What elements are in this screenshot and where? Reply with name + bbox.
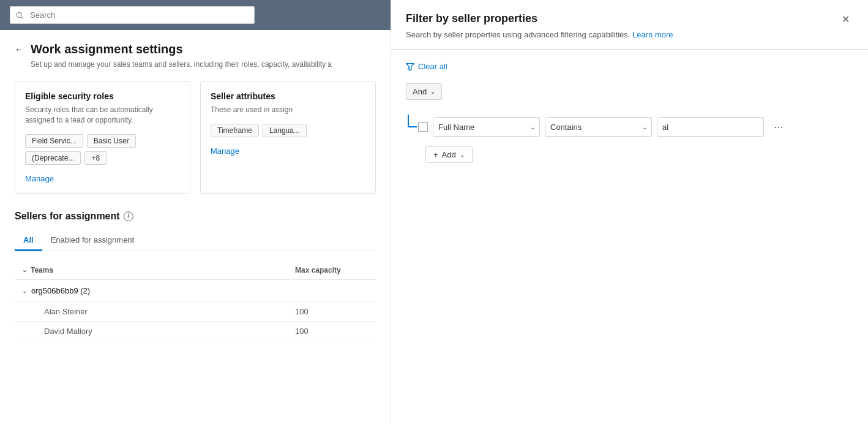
clear-all-label: Clear all bbox=[418, 62, 447, 71]
and-dropdown[interactable]: And ⌄ bbox=[406, 83, 442, 100]
seller-row: Alan Steiner 100 bbox=[15, 302, 376, 322]
table-header: ⌄ Teams Max capacity bbox=[15, 261, 376, 280]
and-chevron-icon: ⌄ bbox=[430, 88, 435, 95]
filter-section: And ⌄ Full Name Email Te bbox=[406, 83, 853, 163]
search-bar bbox=[0, 0, 391, 30]
seller-name-david: David Mallory bbox=[44, 327, 295, 336]
clear-all-button[interactable]: Clear all bbox=[406, 59, 447, 74]
seller-row: David Mallory 100 bbox=[15, 322, 376, 341]
tag-deprecated: (Deprecate... bbox=[25, 151, 81, 165]
main-content: ← Work assignment settings Set up and ma… bbox=[0, 30, 391, 424]
page-subtitle: Set up and manage your sales teams and s… bbox=[31, 60, 376, 69]
condition-select-wrapper: Contains Equals Starts with Ends with ⌄ bbox=[545, 117, 652, 137]
search-input[interactable] bbox=[10, 6, 255, 24]
back-nav: ← Work assignment settings bbox=[15, 42, 376, 56]
plus-icon: + bbox=[433, 150, 438, 159]
tag-timeframe: Timeframe bbox=[211, 124, 259, 137]
more-options-button[interactable]: ⋯ bbox=[769, 119, 789, 135]
add-chevron-icon: ⌄ bbox=[460, 151, 465, 158]
filter-row: Full Name Email Team Role ⌄ Contains Equ… bbox=[406, 117, 853, 137]
panel-desc: Search by seller properties using advanc… bbox=[406, 30, 853, 39]
eligible-security-roles-card: Eligible security roles Security roles t… bbox=[15, 81, 190, 194]
panel-body: Clear all And ⌄ bbox=[391, 50, 868, 424]
panel-title-row: Filter by seller properties ✕ bbox=[406, 12, 853, 26]
field-select[interactable]: Full Name Email Team Role bbox=[433, 117, 540, 137]
add-row: + Add ⌄ bbox=[406, 146, 853, 163]
cards-row: Eligible security roles Security roles t… bbox=[15, 81, 376, 194]
team-name: ⌄ org506b6bb9 (2) bbox=[22, 286, 295, 295]
connector-svg bbox=[406, 115, 418, 139]
card-title-security: Eligible security roles bbox=[25, 91, 180, 101]
add-label: Add bbox=[442, 150, 456, 159]
learn-more-link[interactable]: Learn more bbox=[632, 30, 673, 39]
col-header-teams: ⌄ Teams bbox=[22, 266, 295, 274]
capacity-alan: 100 bbox=[295, 307, 369, 316]
condition-select[interactable]: Contains Equals Starts with Ends with bbox=[545, 117, 652, 137]
tag-more: +8 bbox=[84, 151, 107, 165]
seller-tags-row: Timeframe Langua... bbox=[211, 124, 365, 137]
panel-title: Filter by seller properties bbox=[406, 12, 537, 25]
capacity-david: 100 bbox=[295, 327, 369, 336]
col-header-capacity: Max capacity bbox=[295, 266, 369, 274]
and-label: And bbox=[413, 87, 427, 96]
sellers-title: Sellers for assignment i bbox=[15, 211, 376, 222]
info-icon: i bbox=[124, 211, 133, 221]
tag-basic-user: Basic User bbox=[87, 134, 136, 148]
sort-chevron-icon: ⌄ bbox=[22, 267, 27, 273]
security-tags-row: Field Servic... Basic User (Deprecate...… bbox=[25, 134, 180, 165]
back-arrow-icon[interactable]: ← bbox=[15, 44, 24, 55]
page-title: Work assignment settings bbox=[31, 42, 183, 56]
manage-link-seller[interactable]: Manage bbox=[211, 146, 239, 156]
tag-language: Langua... bbox=[263, 124, 307, 137]
team-group: ⌄ org506b6bb9 (2) Alan Steiner 100 David… bbox=[15, 280, 376, 341]
close-button[interactable]: ✕ bbox=[838, 12, 853, 26]
tab-enabled-for-assignment[interactable]: Enabled for assignment bbox=[42, 230, 143, 251]
tabs-row: All Enabled for assignment bbox=[15, 230, 376, 251]
add-filter-button[interactable]: + Add ⌄ bbox=[425, 146, 473, 163]
collapse-icon[interactable]: ⌄ bbox=[22, 287, 28, 295]
filter-row-checkbox[interactable] bbox=[418, 122, 428, 132]
sellers-section: Sellers for assignment i All Enabled for… bbox=[15, 211, 376, 341]
filter-icon bbox=[406, 62, 414, 71]
left-panel: ← Work assignment settings Set up and ma… bbox=[0, 0, 391, 424]
team-row: ⌄ org506b6bb9 (2) bbox=[15, 280, 376, 302]
card-desc-seller: These are used in assign bbox=[211, 105, 365, 115]
tag-field-service: Field Servic... bbox=[25, 134, 83, 148]
manage-link-security[interactable]: Manage bbox=[25, 174, 54, 183]
card-title-seller: Seller attributes bbox=[211, 91, 365, 101]
panel-header: Filter by seller properties ✕ Search by … bbox=[391, 0, 868, 50]
field-select-wrapper: Full Name Email Team Role ⌄ bbox=[433, 117, 540, 137]
seller-name-alan: Alan Steiner bbox=[44, 307, 295, 316]
filter-panel: Filter by seller properties ✕ Search by … bbox=[391, 0, 868, 424]
tab-all[interactable]: All bbox=[15, 230, 42, 251]
card-desc-security: Security roles that can be automatically… bbox=[25, 105, 180, 126]
filter-value-input[interactable] bbox=[657, 117, 764, 137]
seller-attributes-card: Seller attributes These are used in assi… bbox=[200, 81, 376, 194]
